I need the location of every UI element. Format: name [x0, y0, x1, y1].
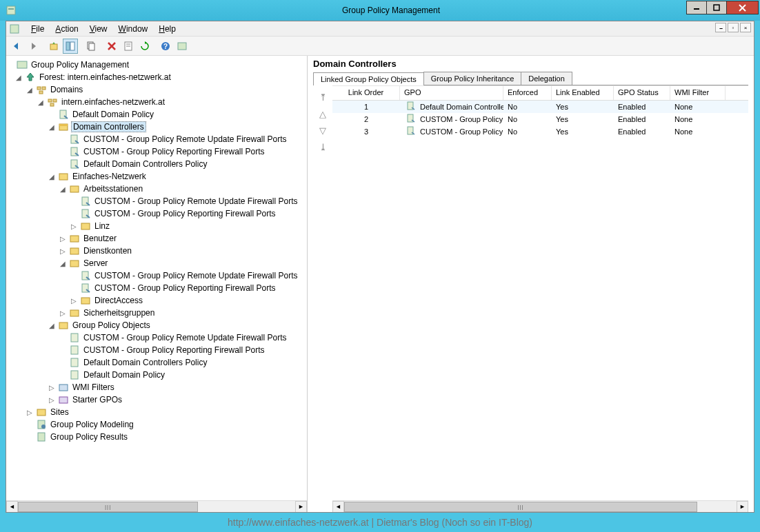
tree-gpm[interactable]: Group Policy Modeling: [6, 418, 307, 431]
export-button[interactable]: [174, 39, 190, 54]
expander-icon[interactable]: ◢: [37, 99, 45, 106]
tree-da[interactable]: ▷DirectAccess: [6, 294, 307, 307]
mdi-minimize[interactable]: ‒: [715, 23, 726, 32]
col-wmi-filter[interactable]: WMI Filter: [670, 86, 726, 100]
expander-icon[interactable]: ◢: [48, 173, 56, 181]
col-link-enabled[interactable]: Link Enabled: [552, 86, 614, 100]
tree-gpo-c3[interactable]: Default Domain Controllers Policy: [6, 356, 307, 369]
tree-domains[interactable]: ◢Domains: [6, 83, 307, 96]
tree-arb-c1[interactable]: CUSTOM - Group Policy Remote Update Fire…: [6, 195, 307, 207]
properties-button[interactable]: [121, 39, 136, 54]
tree-serv-c2[interactable]: CUSTOM - Group Policy Reporting Firewall…: [6, 282, 307, 294]
tree-gpo-c4[interactable]: Default Domain Policy: [6, 369, 307, 381]
scroll-track[interactable]: |||: [18, 501, 295, 513]
tree-serv-c1[interactable]: CUSTOM - Group Policy Remote Update Fire…: [6, 269, 307, 282]
expander-icon[interactable]: ▷: [48, 396, 56, 404]
table-row[interactable]: 1 Default Domain Controlle... No Yes Ena…: [332, 101, 748, 113]
tab-linked-gpos[interactable]: Linked Group Policy Objects: [313, 72, 424, 85]
expander-icon[interactable]: ▷: [48, 384, 56, 391]
tree-arb-c2[interactable]: CUSTOM - Group Policy Reporting Firewall…: [6, 207, 307, 220]
gpo-icon: [69, 369, 80, 380]
move-bottom-button[interactable]: ⤓: [317, 142, 329, 154]
minimize-button[interactable]: [686, 1, 707, 14]
tree-ddp[interactable]: Default Domain Policy: [6, 108, 307, 121]
col-enforced[interactable]: Enforced: [503, 86, 552, 100]
expander-icon[interactable]: ◢: [48, 322, 56, 329]
show-hide-tree-button[interactable]: [63, 39, 78, 54]
expander-icon[interactable]: ◢: [59, 185, 67, 193]
tree[interactable]: Group Policy Management ◢Forest: intern.…: [6, 56, 307, 500]
refresh-button[interactable]: [137, 39, 152, 54]
move-top-button[interactable]: ⤒: [317, 92, 329, 105]
mdi-restore[interactable]: ▫: [728, 23, 739, 32]
expander-icon[interactable]: ◢: [48, 123, 56, 131]
expander-icon[interactable]: ◢: [14, 74, 23, 81]
tree-root[interactable]: Group Policy Management: [6, 59, 307, 71]
forward-button[interactable]: [26, 39, 41, 54]
tree-dien[interactable]: ▷Dienstkonten: [6, 245, 307, 257]
table-hscroll[interactable]: ◄ ||| ►: [332, 500, 748, 512]
col-gpo-status[interactable]: GPO Status: [614, 86, 670, 100]
expander-icon[interactable]: ◢: [59, 260, 67, 267]
expander-icon[interactable]: ▷: [70, 223, 78, 230]
maximize-button[interactable]: [706, 1, 727, 14]
tree-sich[interactable]: ▷Sicherheitsgruppen: [6, 307, 307, 319]
menu-window[interactable]: Window: [113, 23, 154, 35]
tree-dc[interactable]: ◢Domain Controllers: [6, 121, 307, 133]
mdi-close[interactable]: ×: [740, 23, 751, 32]
tree-forest[interactable]: ◢Forest: intern.einfaches-netzwerk.at: [6, 71, 307, 83]
move-up-button[interactable]: △: [317, 109, 329, 121]
tree-hscroll[interactable]: ◄ ||| ►: [6, 500, 307, 512]
tree-wmi[interactable]: ▷WMI Filters: [6, 381, 307, 393]
tree-en[interactable]: ◢Einfaches-Netzwerk: [6, 170, 307, 183]
tree-arb[interactable]: ◢Arbeitsstationen: [6, 183, 307, 195]
tree-dc-c3[interactable]: Default Domain Controllers Policy: [6, 158, 307, 170]
tree-domain[interactable]: ◢intern.einfaches-netzwerk.at: [6, 96, 307, 108]
scroll-right-button[interactable]: ►: [737, 501, 748, 513]
tab-inheritance[interactable]: Group Policy Inheritance: [423, 72, 521, 85]
tree-gpo-container[interactable]: ◢Group Policy Objects: [6, 319, 307, 331]
menu-action[interactable]: Action: [50, 23, 83, 35]
up-button[interactable]: [46, 39, 61, 54]
tree-gpo-c1[interactable]: CUSTOM - Group Policy Remote Update Fire…: [6, 331, 307, 344]
expander-icon[interactable]: ▷: [26, 409, 34, 416]
tree-serv[interactable]: ◢Server: [6, 257, 307, 269]
tree-starter[interactable]: ▷Starter GPOs: [6, 393, 307, 406]
scroll-right-button[interactable]: ►: [295, 501, 307, 513]
close-button[interactable]: [726, 1, 759, 14]
help-button[interactable]: ?: [158, 39, 173, 54]
menu-help[interactable]: Help: [153, 23, 181, 35]
scroll-left-button[interactable]: ◄: [6, 501, 18, 513]
tree-sites[interactable]: ▷Sites: [6, 406, 307, 418]
table-body[interactable]: 1 Default Domain Controlle... No Yes Ena…: [332, 101, 748, 500]
col-gpo[interactable]: GPO: [400, 86, 503, 100]
tab-delegation[interactable]: Delegation: [521, 72, 572, 85]
expander-icon[interactable]: ◢: [26, 86, 34, 94]
back-button[interactable]: [9, 39, 24, 54]
tree-dc-c2[interactable]: CUSTOM - Group Policy Reporting Firewall…: [6, 145, 307, 158]
svg-rect-20: [17, 61, 27, 68]
tree-dc-c1[interactable]: CUSTOM - Group Policy Remote Update Fire…: [6, 133, 307, 145]
table-row[interactable]: 3 CUSTOM - Group Policy ... No Yes Enabl…: [332, 125, 748, 138]
scroll-track[interactable]: |||: [344, 501, 737, 513]
scroll-left-button[interactable]: ◄: [332, 501, 344, 513]
delete-button[interactable]: [104, 39, 119, 54]
scroll-thumb[interactable]: |||: [344, 502, 697, 512]
menu-file[interactable]: File: [26, 23, 50, 35]
copy-button[interactable]: [83, 39, 99, 54]
expander-icon[interactable]: ▷: [59, 235, 67, 243]
svg-rect-21: [37, 87, 41, 90]
tree-linz[interactable]: ▷Linz: [6, 220, 307, 232]
menu-view[interactable]: View: [84, 23, 113, 35]
tree-ben[interactable]: ▷Benutzer: [6, 232, 307, 245]
expander-icon[interactable]: ▷: [70, 297, 78, 305]
table-header: Link Order GPO Enforced Link Enabled GPO…: [332, 85, 748, 101]
expander-icon[interactable]: ▷: [59, 247, 67, 255]
expander-icon[interactable]: ▷: [59, 309, 67, 317]
move-down-button[interactable]: ▽: [317, 125, 329, 138]
col-link-order[interactable]: Link Order: [332, 86, 400, 100]
tree-gpo-c2[interactable]: CUSTOM - Group Policy Reporting Firewall…: [6, 344, 307, 356]
table-row[interactable]: 2 CUSTOM - Group Policy ... No Yes Enabl…: [332, 113, 748, 125]
tree-gpr[interactable]: Group Policy Results: [6, 431, 307, 443]
scroll-thumb[interactable]: |||: [18, 502, 198, 512]
